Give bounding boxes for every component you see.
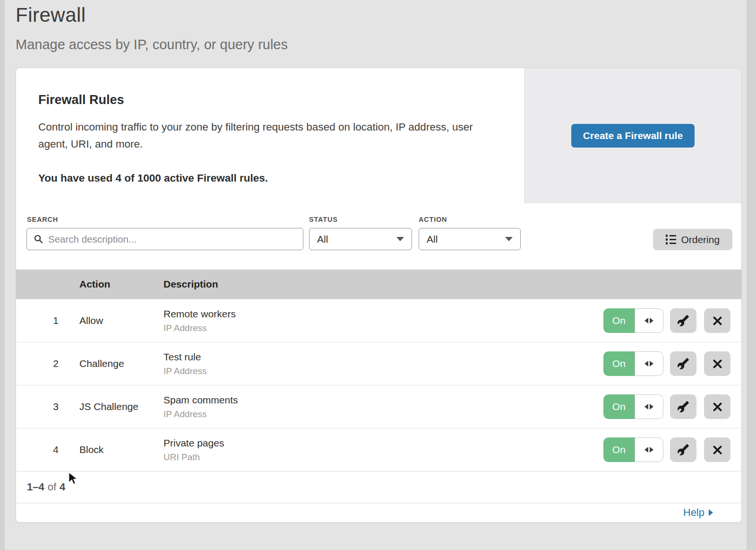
search-icon — [34, 234, 43, 244]
wrench-icon — [677, 358, 689, 370]
rule-toggle-group: On — [603, 394, 663, 419]
rule-enabled-toggle[interactable]: On — [603, 394, 635, 419]
rule-action: Allow — [79, 315, 163, 326]
status-label: STATUS — [309, 216, 338, 223]
reorder-handle[interactable] — [635, 437, 664, 462]
pagination-of: of — [48, 481, 56, 493]
firewall-rules-description: Control incoming traffic to your zone by… — [38, 119, 492, 153]
pagination-bar: 1–4 of 4 — [16, 471, 741, 503]
help-link[interactable]: Help — [683, 506, 713, 519]
help-link-label: Help — [683, 506, 704, 519]
left-arrow-icon — [644, 404, 648, 410]
column-header-description: Description — [163, 279, 603, 290]
column-header-action: Action — [79, 279, 163, 290]
rule-match-type: IP Address — [163, 323, 603, 333]
action-select-value: All — [427, 234, 438, 245]
firewall-rules-usage: You have used 4 of 1000 active Firewall … — [38, 172, 505, 184]
edit-rule-button[interactable] — [670, 308, 696, 333]
rule-description: Private pages — [163, 437, 603, 449]
status-select-value: All — [317, 234, 328, 245]
intro-section: Firewall Rules Control incoming traffic … — [16, 68, 741, 203]
delete-rule-button[interactable] — [704, 394, 730, 419]
rule-description: Test rule — [163, 351, 603, 363]
close-icon — [712, 445, 723, 455]
rule-enabled-toggle[interactable]: On — [603, 308, 635, 333]
rule-toggle-group: On — [603, 308, 663, 333]
rule-enabled-toggle[interactable]: On — [603, 351, 635, 376]
chevron-right-icon — [709, 509, 713, 516]
intro-text: Firewall Rules Control incoming traffic … — [16, 68, 524, 203]
edit-rule-button[interactable] — [670, 437, 696, 462]
rule-priority: 3 — [16, 401, 79, 412]
close-icon — [712, 315, 723, 326]
delete-rule-button[interactable] — [704, 437, 730, 462]
wrench-icon — [677, 314, 689, 327]
rule-action: Challenge — [79, 358, 163, 369]
close-icon — [712, 358, 723, 369]
filter-section: SEARCH STATUS All ACTION All Ordering — [16, 203, 741, 270]
firewall-rules-card: Firewall Rules Control incoming traffic … — [16, 68, 742, 523]
table-row: 2 Challenge Test rule IP Address On — [16, 342, 741, 385]
rule-toggle-group: On — [603, 437, 663, 462]
ordered-list-icon — [666, 235, 677, 244]
left-arrow-icon — [644, 318, 648, 323]
right-arrow-icon — [650, 361, 653, 367]
create-firewall-rule-button[interactable]: Create a Firewall rule — [571, 124, 695, 148]
status-select[interactable]: All — [309, 228, 412, 250]
edit-rule-button[interactable] — [670, 351, 696, 376]
help-bar: Help — [16, 503, 741, 522]
search-input[interactable] — [26, 228, 303, 250]
reorder-handle[interactable] — [635, 351, 664, 376]
rule-match-type: IP Address — [163, 366, 603, 376]
rule-priority: 1 — [16, 315, 79, 326]
table-row: 3 JS Challenge Spam comments IP Address … — [16, 385, 741, 428]
page-title: Firewall — [16, 4, 288, 26]
delete-rule-button[interactable] — [704, 308, 730, 333]
edit-rule-button[interactable] — [670, 394, 696, 419]
table-header: Action Description — [16, 270, 741, 299]
pagination-range: 1–4 — [27, 481, 44, 493]
reorder-handle[interactable] — [635, 308, 664, 333]
ordering-button[interactable]: Ordering — [653, 229, 732, 250]
firewall-rules-heading: Firewall Rules — [38, 93, 505, 107]
close-icon — [712, 402, 723, 412]
left-arrow-icon — [644, 361, 648, 367]
chevron-down-icon — [396, 237, 404, 241]
rule-description: Spam comments — [163, 394, 603, 406]
left-edge — [0, 0, 5, 550]
rule-description: Remote workers — [163, 308, 603, 320]
table-row: 1 Allow Remote workers IP Address On — [16, 299, 741, 342]
rule-toggle-group: On — [603, 351, 663, 376]
page-subtitle: Manage access by IP, country, or query r… — [16, 37, 288, 52]
create-panel: Create a Firewall rule — [524, 68, 741, 203]
chevron-down-icon — [505, 237, 513, 241]
reorder-handle[interactable] — [635, 394, 664, 419]
right-arrow-icon — [650, 447, 653, 453]
delete-rule-button[interactable] — [704, 351, 730, 376]
wrench-icon — [677, 444, 689, 456]
left-arrow-icon — [644, 447, 648, 453]
wrench-icon — [677, 401, 689, 413]
rule-action: JS Challenge — [79, 401, 163, 412]
page-header: Firewall Manage access by IP, country, o… — [16, 4, 288, 52]
search-wrap — [26, 228, 303, 250]
right-arrow-icon — [650, 318, 653, 323]
pagination-total: 4 — [60, 481, 65, 493]
right-arrow-icon — [650, 404, 653, 410]
ordering-button-label: Ordering — [681, 234, 720, 245]
rule-action: Block — [79, 444, 163, 455]
rule-match-type: IP Address — [163, 409, 603, 419]
right-scroll-gutter — [747, 0, 756, 550]
table-row: 4 Block Private pages URI Path On — [16, 428, 741, 471]
rule-enabled-toggle[interactable]: On — [603, 437, 635, 462]
rule-match-type: URI Path — [163, 452, 603, 463]
action-label: ACTION — [419, 216, 447, 223]
rule-priority: 4 — [16, 444, 79, 455]
rule-priority: 2 — [16, 358, 79, 369]
search-label: SEARCH — [27, 216, 58, 223]
action-select[interactable]: All — [419, 228, 521, 250]
